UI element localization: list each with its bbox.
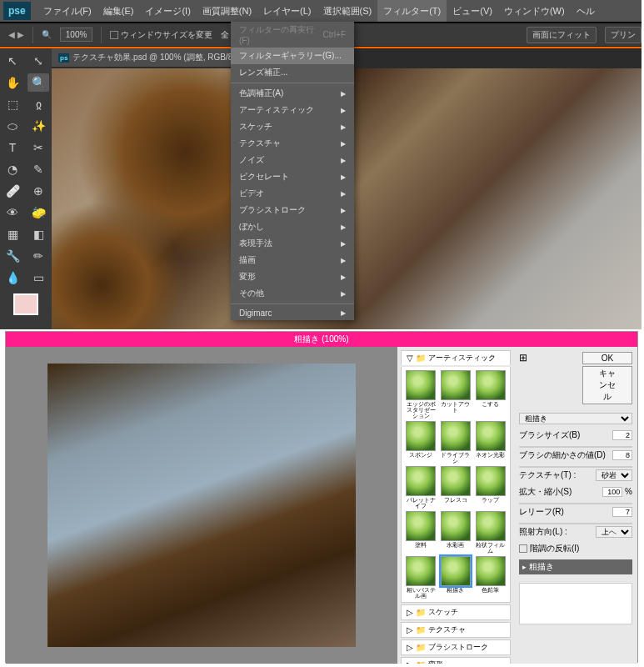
tool-18[interactable]: 🔧: [2, 247, 23, 265]
category-3[interactable]: ▷📁 ブラシストローク: [401, 639, 511, 655]
scale-slider[interactable]: [519, 503, 632, 504]
effect-stack[interactable]: [519, 583, 632, 624]
color-swatch[interactable]: [13, 293, 38, 315]
filter-thumb[interactable]: ドライブラシ: [440, 421, 472, 464]
zoom-tool-icon[interactable]: 🔍: [42, 30, 52, 39]
tool-12[interactable]: 🩹: [2, 182, 23, 200]
category-4[interactable]: ▷📁 変形: [401, 657, 511, 664]
menu-item[interactable]: その他▶: [231, 285, 354, 302]
menu-item[interactable]: ブラシストローク▶: [231, 202, 354, 218]
menu-2[interactable]: イメージ(I): [139, 0, 196, 22]
filter-thumb[interactable]: 粒状フィルム: [474, 511, 507, 554]
menu-item[interactable]: ノイズ▶: [231, 152, 354, 168]
category-0[interactable]: ▽📁 アーティスティック: [401, 350, 511, 365]
invert-checkbox[interactable]: 階調の反転(I): [519, 543, 579, 554]
menu-7[interactable]: ビュー(V): [447, 0, 498, 22]
menu-item[interactable]: Digimarc▶: [231, 306, 354, 320]
category-1[interactable]: ▷📁 スケッチ: [401, 604, 511, 620]
brush-detail-input[interactable]: [612, 450, 632, 460]
tool-21[interactable]: ▭: [27, 268, 49, 287]
tool-10[interactable]: ◔: [2, 160, 23, 178]
filter-thumb[interactable]: スポンジ: [405, 421, 437, 464]
texture-select[interactable]: 砂岩: [596, 469, 632, 481]
menu-item[interactable]: ぼかし▶: [231, 218, 354, 235]
fit-screen-button[interactable]: 画面にフィット: [527, 27, 597, 43]
menu-0[interactable]: ファイル(F): [37, 0, 97, 22]
filter-thumb[interactable]: こする: [474, 370, 507, 419]
tool-20[interactable]: 💧: [2, 268, 23, 287]
tool-7[interactable]: ✨: [27, 117, 49, 135]
tool-16[interactable]: ▦: [2, 225, 23, 243]
tool-11[interactable]: ✎: [27, 160, 49, 178]
filter-thumb[interactable]: エッジのポスタリゼーション: [405, 370, 437, 419]
menu-item[interactable]: 描画▶: [231, 252, 354, 268]
tool-14[interactable]: 👁: [2, 203, 23, 222]
menu-item[interactable]: 表現手法▶: [231, 235, 354, 252]
light-dir-select[interactable]: 上へ: [596, 526, 632, 538]
tool-2[interactable]: ✋: [2, 73, 23, 92]
filter-thumb[interactable]: 塗料: [405, 511, 437, 554]
menu-1[interactable]: 編集(E): [97, 0, 140, 22]
tool-6[interactable]: ⬭: [2, 117, 23, 135]
menu-item[interactable]: フィルターギャラリー(G)...: [231, 48, 354, 64]
menu-item[interactable]: 色調補正(A)▶: [231, 85, 354, 102]
filter-thumb[interactable]: パレットナイフ: [405, 466, 437, 509]
brush-size-input[interactable]: [612, 430, 632, 440]
print-size-button[interactable]: プリン: [605, 27, 642, 43]
tool-9[interactable]: ✂: [27, 138, 49, 157]
effect-select[interactable]: 粗描き: [519, 413, 632, 424]
filter-thumb[interactable]: ラップ: [474, 466, 507, 509]
menu-item[interactable]: テクスチャ▶: [231, 135, 354, 152]
filter-thumb[interactable]: 粗いパステル画: [405, 556, 437, 599]
all-windows[interactable]: 全: [221, 29, 229, 41]
tool-8[interactable]: T: [2, 138, 23, 157]
filter-thumb[interactable]: 粗描き: [440, 556, 472, 599]
resize-window-checkbox[interactable]: ウィンドウサイズを変更: [110, 29, 212, 41]
brush-detail-slider[interactable]: [519, 466, 632, 468]
brush-size-label: ブラシサイズ(B): [519, 429, 580, 441]
tool-5[interactable]: ჲ: [27, 95, 49, 113]
menu-item[interactable]: アーティスティック▶: [231, 102, 354, 118]
tool-17[interactable]: ◧: [27, 225, 49, 243]
tool-1[interactable]: ⤡: [27, 52, 49, 70]
light-dir-label: 照射方向(L) :: [519, 526, 567, 538]
filter-thumb[interactable]: フレスコ: [440, 466, 472, 509]
scale-label: 拡大・縮小(S): [519, 486, 572, 498]
menu-3[interactable]: 画質調整(N): [197, 0, 257, 22]
menu-4[interactable]: レイヤー(L): [257, 0, 317, 22]
tool-3[interactable]: 🔍: [27, 73, 49, 92]
tool-0[interactable]: ↖: [2, 52, 23, 70]
menu-item[interactable]: レンズ補正...: [231, 64, 354, 81]
menu-5[interactable]: 選択範囲(S): [317, 0, 378, 22]
menu-item[interactable]: ピクセレート▶: [231, 168, 354, 185]
tool-19[interactable]: ✏: [27, 247, 49, 265]
category-2[interactable]: ▷📁 テクスチャ: [401, 622, 511, 638]
preview-image: [47, 364, 356, 647]
photoshop-elements-window: pse ファイル(F)編集(E)イメージ(I)画質調整(N)レイヤー(L)選択範…: [0, 0, 642, 329]
menu-item: フィルターの再実行(F)Ctrl+F: [231, 22, 354, 48]
relief-slider[interactable]: [519, 523, 632, 524]
preview-pane[interactable]: [6, 347, 397, 664]
zoom-level[interactable]: 100%: [60, 28, 93, 42]
tool-13[interactable]: ⊕: [27, 182, 49, 200]
filter-thumb[interactable]: カットアウト: [440, 370, 472, 419]
effect-stack-header[interactable]: ▸ 粗描き: [519, 559, 632, 574]
menu-item[interactable]: ビデオ▶: [231, 185, 354, 202]
filter-thumb[interactable]: 色鉛筆: [474, 556, 507, 599]
tool-4[interactable]: ⬚: [2, 95, 23, 113]
scale-input[interactable]: [602, 487, 622, 497]
cancel-button[interactable]: キャンセル: [582, 366, 632, 404]
filter-thumb[interactable]: 水彩画: [440, 511, 472, 554]
menu-6[interactable]: フィルター(T): [377, 0, 447, 22]
document-tab[interactable]: ps テクスチャ効果.psd @ 100% (調整, RGB/8): [52, 48, 242, 67]
menu-item[interactable]: スケッチ▶: [231, 118, 354, 135]
ok-button[interactable]: OK: [582, 352, 632, 364]
relief-input[interactable]: [612, 507, 632, 517]
brush-size-slider[interactable]: [519, 446, 632, 448]
expand-icon[interactable]: ⊞: [519, 352, 527, 364]
menu-9[interactable]: ヘル: [571, 0, 601, 22]
tool-15[interactable]: 🧽: [27, 203, 49, 222]
menu-item[interactable]: 変形▶: [231, 268, 354, 285]
menu-8[interactable]: ウィンドウ(W): [498, 0, 571, 22]
filter-thumb[interactable]: ネオン光彩: [474, 421, 507, 464]
